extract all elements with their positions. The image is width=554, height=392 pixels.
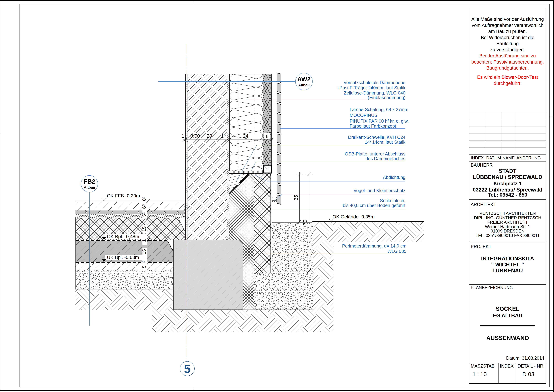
svg-text:TEL. 0351/8809010 FAX 8809011: TEL. 0351/8809010 FAX 8809011 <box>476 233 540 238</box>
svg-text:LÜBBENAU / SPREEWALD: LÜBBENAU / SPREEWALD <box>473 174 542 180</box>
svg-text:ARCHITEKT: ARCHITEKT <box>471 202 496 207</box>
svg-text:(Einblasdämmung): (Einblasdämmung) <box>368 95 405 100</box>
svg-text:15: 15 <box>141 249 147 254</box>
svg-text:Zellulose-Dämmung, WLG 040: Zellulose-Dämmung, WLG 040 <box>344 91 405 95</box>
svg-text:0,00: 0,00 <box>190 133 200 139</box>
svg-text:Sockelblech,: Sockelblech, <box>380 198 405 203</box>
svg-text:SOCKEL: SOCKEL <box>496 306 519 312</box>
svg-text:beachten: Passivhausberechnung: beachten: Passivhausberechnung, <box>471 59 544 64</box>
svg-text:STADT: STADT <box>499 168 516 174</box>
svg-text:durchgeführt.: durchgeführt. <box>494 81 521 86</box>
svg-text:6: 6 <box>266 133 269 139</box>
svg-text:Altbau: Altbau <box>84 185 95 189</box>
svg-text:INDEX: INDEX <box>471 155 484 160</box>
svg-text:Vorsatzschale als Dämmebene: Vorsatzschale als Dämmebene <box>344 80 405 85</box>
svg-text:1 : 10: 1 : 10 <box>472 371 487 377</box>
svg-text:14/ 14cm, laut Statik: 14/ 14cm, laut Statik <box>365 140 406 145</box>
svg-text:Bei Widersprüchen ist die: Bei Widersprüchen ist die <box>481 35 534 40</box>
svg-text:INTEGRATIONSKITA: INTEGRATIONSKITA <box>481 255 534 262</box>
svg-text:U*psi-F-Träger 240mm, laut Sta: U*psi-F-Träger 240mm, laut Statik <box>338 85 406 90</box>
svg-text:bis 40,0 cm über Boden geführt: bis 40,0 cm über Boden geführt <box>343 203 406 208</box>
svg-text:Farbe laut Farbkonzept: Farbe laut Farbkonzept <box>350 124 396 129</box>
svg-text:03222 Lübbenau/ Spreewald: 03222 Lübbenau/ Spreewald <box>473 187 542 193</box>
svg-text:WLG 035: WLG 035 <box>387 249 406 254</box>
svg-text:Bei der Ausführung sind zu: Bei der Ausführung sind zu <box>479 53 536 58</box>
svg-text:Alle Maße sind vor der Ausführ: Alle Maße sind vor der Ausführung <box>471 17 544 22</box>
svg-text:Es wird ein Blower-Door-Test: Es wird ein Blower-Door-Test <box>477 75 538 80</box>
svg-text:MOCOPINUS: MOCOPINUS <box>350 113 377 118</box>
svg-text:D 03: D 03 <box>522 371 534 377</box>
svg-text:OK Gelände -0,35m: OK Gelände -0,35m <box>332 214 374 219</box>
svg-text:LÜBBENAU: LÜBBENAU <box>492 267 523 274</box>
svg-text:Kirchplatz 1: Kirchplatz 1 <box>493 181 522 186</box>
svg-text:Baugrundgutachten.: Baugrundgutachten. <box>486 65 529 70</box>
svg-text:Abdichtung: Abdichtung <box>383 175 405 180</box>
svg-text:15: 15 <box>141 226 147 232</box>
svg-text:Perimeterdämmung, d= 14,0 cm: Perimeterdämmung, d= 14,0 cm <box>342 244 406 248</box>
svg-text:01099 DRESDEN: 01099 DRESDEN <box>491 229 525 233</box>
svg-text:OSB-Platte, unterer Abschluss: OSB-Platte, unterer Abschluss <box>345 151 405 156</box>
svg-text:Vogel- und Kleintierschutz: Vogel- und Kleintierschutz <box>353 188 405 193</box>
svg-text:NAME: NAME <box>502 155 515 160</box>
svg-text:am Bau zu prüfen.: am Bau zu prüfen. <box>488 29 527 34</box>
svg-text:PINUFIX PAR 00 hf kr, o. glw.: PINUFIX PAR 00 hf kr, o. glw. <box>350 119 409 124</box>
svg-text:BAUHERR: BAUHERR <box>471 162 493 168</box>
svg-text:29: 29 <box>207 133 212 139</box>
svg-text:1: 1 <box>181 133 184 139</box>
svg-text:70: 70 <box>302 220 308 225</box>
svg-text:ÄNDERUNG: ÄNDERUNG <box>516 155 541 160</box>
svg-text:INDEX: INDEX <box>500 364 514 369</box>
svg-text:vom Auftragnehmer verantwortli: vom Auftragnehmer verantwortlich <box>472 23 543 28</box>
svg-text:MASZSTAB: MASZSTAB <box>471 364 495 369</box>
svg-text:OK FFB -0,20m: OK FFB -0,20m <box>107 193 140 198</box>
svg-text:PLANBEZEICHNUNG: PLANBEZEICHNUNG <box>471 285 513 290</box>
svg-text:zu verständigen.: zu verständigen. <box>490 47 525 52</box>
svg-text:PROJEKT: PROJEKT <box>471 244 492 249</box>
svg-text:FB2: FB2 <box>84 178 95 185</box>
svg-text:Werner-Hartmann-Str. 1: Werner-Hartmann-Str. 1 <box>485 224 530 229</box>
svg-text:5: 5 <box>141 265 147 268</box>
svg-text:RENTZSCH I ARCHITEKTEN: RENTZSCH I ARCHITEKTEN <box>479 211 536 216</box>
svg-text:24: 24 <box>243 133 249 139</box>
svg-text:AUSSENWAND: AUSSENWAND <box>486 335 529 341</box>
svg-text:UK Bpl. -0,63m: UK Bpl. -0,63m <box>107 255 139 260</box>
svg-text:AW2: AW2 <box>297 76 311 83</box>
svg-text:" WICHTEL ": " WICHTEL " <box>491 261 524 268</box>
svg-text:EG ALTBAU: EG ALTBAU <box>493 313 522 318</box>
svg-text:35: 35 <box>293 195 299 201</box>
svg-text:FREIER ARCHITEKT: FREIER ARCHITEKT <box>487 220 528 224</box>
svg-text:Altbau: Altbau <box>298 83 310 87</box>
svg-text:Tel.: 03542 - 850: Tel.: 03542 - 850 <box>488 192 527 198</box>
svg-text:DIPL.-ING. GÜNTHER RENTZSCH: DIPL.-ING. GÜNTHER RENTZSCH <box>474 215 541 220</box>
svg-text:DATUM: DATUM <box>486 155 501 160</box>
svg-text:DETAIL - NR.: DETAIL - NR. <box>518 364 545 369</box>
svg-text:des Dämmgefaches: des Dämmgefaches <box>366 156 405 161</box>
svg-text:Datum: 31.03.2014: Datum: 31.03.2014 <box>506 356 544 361</box>
svg-text:OK Bpl. -0,48m: OK Bpl. -0,48m <box>107 234 139 239</box>
svg-text:Dreikant-Schwelle, KVH C24: Dreikant-Schwelle, KVH C24 <box>348 135 405 140</box>
svg-text:5: 5 <box>184 362 191 375</box>
svg-text:1: 1 <box>141 239 147 242</box>
svg-text:Bauleitung: Bauleitung <box>496 41 519 46</box>
svg-text:Lärche-Schalung, 68 x 27mm: Lärche-Schalung, 68 x 27mm <box>350 107 408 112</box>
